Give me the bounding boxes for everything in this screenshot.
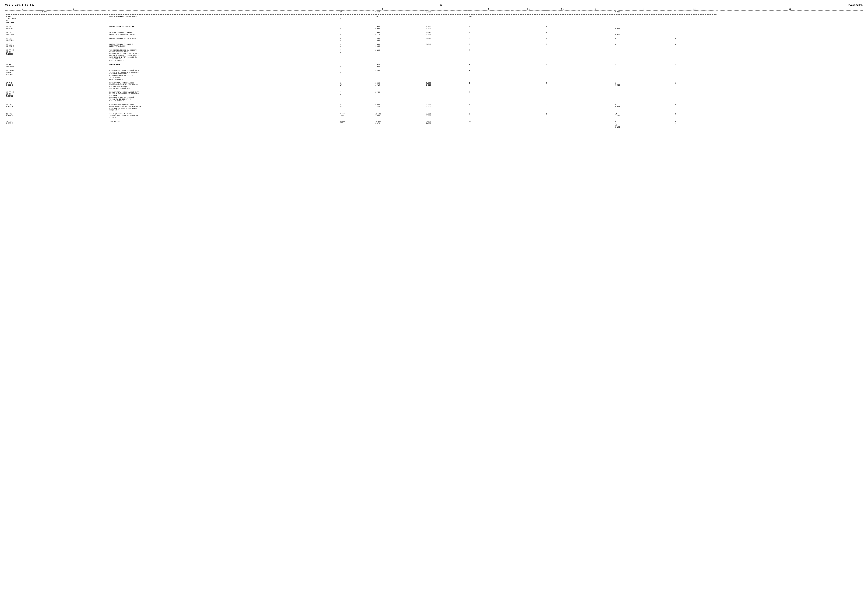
col-header-1: :	[5, 8, 40, 11]
row-col10	[614, 69, 674, 81]
main-table: : 2 : 3 : 4 : 5 : 6 : 7 : 8 : 9 : 10 : 1…	[5, 8, 863, 129]
row-price: 16.500 8.070	[374, 120, 425, 129]
row-col9	[580, 82, 614, 90]
row-col6: 1	[468, 25, 511, 30]
row-desc: ПЕРЕКЛЮЧАТЕЛЬ УНИВЕРСАЛЬНЫЙ ВЗРЫВОЗАЩИЩЕ…	[108, 104, 339, 111]
column-header-row: : 2 : 3 : 4 : 5 : 6 : 7 : 8 : 9 : 10 : 1…	[5, 8, 863, 11]
table-row: 20 РМО 8-141-1 КАБЕЛЬ ДО 35КВ, В ГОТОВЫХ…	[5, 113, 863, 119]
table-row: 13 РМО 11-207-5 МОНТАЖ ДАТЧИКА УРОВНЯ В …	[5, 43, 863, 48]
divider-row	[5, 81, 863, 82]
row-col5: 0.100 0 020	[425, 82, 468, 90]
row-col6	[468, 11, 511, 14]
row-code	[40, 91, 108, 102]
row-price: 4.350	[374, 69, 425, 81]
row-col7	[511, 120, 546, 129]
row-desc: МОНТАЖ РЕЛЕ	[108, 64, 339, 68]
row-col7	[511, 91, 546, 102]
row-unit: 1 шт	[339, 64, 374, 68]
divider-row	[5, 42, 863, 43]
row-col7	[511, 49, 546, 62]
page-header: 90I-2-I66.I.89 (5/ -36- ПРОДОЛЖЕНИЕ	[5, 3, 863, 6]
row-num: 13 РМО 11-207-5	[5, 43, 40, 48]
row-col7	[511, 82, 546, 90]
row-desc: БЛОК УПРАВЛЕНИЯ Я9304-3174А	[108, 16, 339, 24]
row-col10: 0.039	[614, 11, 674, 14]
col-header-3: :	[108, 8, 339, 11]
row-col8: 1	[546, 25, 580, 30]
row-col5: 2.230 0.890	[425, 113, 468, 119]
row-col11: 1	[674, 31, 717, 36]
divider-row	[5, 102, 863, 104]
row-num	[5, 11, 40, 14]
continuation-label: ПРОДОЛЖЕНИЕ	[847, 4, 863, 6]
row-col5: 5.150 1.630	[425, 120, 468, 129]
row-price: 1.080 0.660	[374, 25, 425, 30]
row-col5: 0.030	[425, 11, 468, 14]
row-unit: 1 шт	[339, 82, 374, 90]
row-col5: 0.040 0 010	[425, 31, 468, 36]
row-price: 0.660	[374, 11, 425, 14]
row-num: 14 ПР-НТ 15-04 П.12068	[5, 49, 40, 62]
row-col10	[614, 16, 674, 24]
row-col10: 3 0.026	[614, 82, 674, 90]
row-col7	[511, 64, 546, 68]
row-desc: ПЕРЕКЛЮЧАТЕЛЬ УНИВЕРСАЛЬНЫЙ ТИПА УП-5312…	[108, 91, 339, 102]
divider-row	[5, 30, 863, 31]
row-code	[40, 113, 108, 119]
row-col6: 139	[468, 16, 511, 24]
row-col5	[425, 91, 468, 102]
row-col8: 1	[546, 31, 580, 36]
divider-row	[5, 62, 863, 64]
table-row: 9 НВА Г.РАССКА30 ВО U-А 3-АА БЛОК УПРАВЛ…	[5, 16, 863, 24]
row-desc: РЕЛЕ ПРОМЕЖУТОЧНОЕ НА ГЕРКОНАХ РПГ БЕЗ Ш…	[108, 49, 339, 62]
row-col6: 4	[468, 82, 511, 90]
row-unit: 4 шт	[339, 43, 374, 48]
row-col8	[546, 11, 580, 14]
row-col5: 0.040	[425, 37, 468, 42]
row-num: 16 ПР-НТ 15-04 П.06418	[5, 69, 40, 81]
row-col6: 8	[468, 49, 511, 62]
row-num: 11 РМО 11-582-2	[5, 31, 40, 36]
row-price: 1.040 0.770	[374, 31, 425, 36]
row-col10: 3	[614, 43, 674, 48]
col-header-10: 9 :	[614, 8, 674, 11]
row-code	[40, 104, 108, 111]
row-col9	[580, 120, 614, 129]
row-col9	[580, 104, 614, 111]
row-price: 3.250	[374, 91, 425, 102]
row-unit: . 1 шт	[339, 31, 374, 36]
row-col9	[580, 113, 614, 119]
row-col8	[546, 91, 580, 102]
row-col11	[674, 91, 717, 102]
row-num: 9 НВА Г.РАССКА30 ВО U-А 3-АА	[5, 16, 40, 24]
row-col11: 3	[674, 82, 717, 90]
row-price: 3.220 1.640	[374, 104, 425, 111]
col-header-8: 7 :	[546, 8, 580, 11]
col-header-12: 11	[717, 8, 863, 11]
row-col9	[580, 49, 614, 62]
row-col9	[580, 43, 614, 48]
row-col10: 3 1 14 2 103	[614, 120, 674, 129]
row-unit: 1 шт	[339, 49, 374, 62]
row-col8: 2	[546, 64, 580, 68]
divider-row	[5, 24, 863, 25]
row-unit: 1 шт	[339, 16, 374, 24]
row-desc: ПЕРЕКЛЮЧАТЕЛЬ УНИВЕРСАЛЬНЫЙ ВЗРЫВОЗАЩИЩЕ…	[108, 82, 339, 90]
row-col10	[614, 91, 674, 102]
row-col7	[511, 43, 546, 48]
row-unit: 0.200 100м	[339, 113, 374, 119]
row-col7	[511, 37, 546, 42]
row-col5	[425, 49, 468, 62]
row-price: 2.480 2.080	[374, 37, 425, 42]
table-row: 19 РМО 8-533-5 ПЕРЕКЛЮЧАТЕЛЬ УНИВЕРСАЛЬН…	[5, 104, 863, 111]
col-header-7: 6 :	[511, 8, 546, 11]
row-col11: 2	[674, 113, 717, 119]
row-desc: То ЖЕ ПО М/К	[108, 120, 339, 129]
row-col7	[511, 31, 546, 36]
row-col7	[511, 25, 546, 30]
row-col9	[580, 64, 614, 68]
divider-row	[5, 90, 863, 91]
table-row: 11 РМО 11-582-2 КОРОБКА СОЕДИНИТЕЛЬНАЯ, …	[5, 31, 863, 36]
row-col11	[674, 49, 717, 62]
row-col10: 1 0.039	[614, 25, 674, 30]
